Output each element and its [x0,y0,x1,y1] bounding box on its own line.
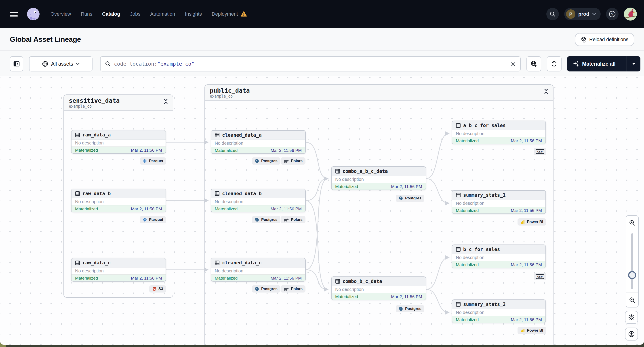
page-header: Global Asset Lineage Reload definitions [0,28,644,51]
status-badge: Materialized [456,262,479,267]
asset-node-raw-data-c[interactable]: raw_data_c No description MaterializedMa… [71,258,166,282]
caret-down-icon [632,63,636,65]
nav-item-jobs[interactable]: Jobs [130,11,140,17]
status-badge: Materialized [456,208,479,213]
close-icon [510,62,516,67]
asset-scope-dropdown[interactable]: All assets [29,56,92,71]
asset-description: No description [72,139,166,146]
table-icon [335,169,340,174]
group-title: sensitive_data [69,97,120,104]
kind-badge-polars: Polars [281,216,306,223]
materialization-timestamp[interactable]: Mar 2, 11:56 PM [131,148,162,153]
materialization-timestamp[interactable]: Mar 2, 11:56 PM [511,138,542,143]
table-icon [456,193,461,198]
materialization-timestamp[interactable]: Mar 2, 11:56 PM [511,208,542,213]
help-icon: ? [608,10,616,18]
chevron-down-icon [76,63,80,65]
materialization-timestamp[interactable]: Mar 2, 11:56 PM [511,317,542,322]
materialization-timestamp[interactable]: Mar 2, 11:56 PM [391,294,422,299]
materialization-timestamp[interactable]: Mar 2, 11:56 PM [511,262,542,267]
dagster-logo-icon[interactable] [26,7,40,21]
nav-menu: Overview Runs Catalog Jobs Automation In… [50,11,247,17]
materialization-timestamp[interactable]: Mar 2, 11:56 PM [270,276,302,281]
refresh-button[interactable] [547,56,562,71]
page-title: Global Asset Lineage [10,35,81,43]
kind-badge-s3: S3 [149,285,166,293]
asset-search-input[interactable]: code_location:"example_co" [100,56,521,71]
download-image-button[interactable] [625,328,638,341]
materialization-timestamp[interactable]: Mar 2, 11:56 PM [391,184,422,189]
kind-badge-powerbi: Power BI [518,327,546,334]
sparkles-icon [572,60,579,67]
status-badge: Materialized [456,317,479,322]
asset-node-summary-stats-2[interactable]: summary_stats_2 No description Materiali… [452,300,546,323]
asset-node-cleaned-data-c[interactable]: cleaned_data_c No description Materializ… [211,258,306,282]
nav-item-deployment[interactable]: Deployment [212,11,247,17]
materialization-timestamp[interactable]: Mar 2, 11:56 PM [270,207,302,211]
asset-description: No description [452,254,546,261]
kind-badge-csv: csv [534,273,546,280]
asset-node-raw-data-a[interactable]: raw_data_a No description MaterializedMa… [71,130,166,154]
postgres-icon [255,159,259,163]
asset-node-a-b-c-for-sales[interactable]: a_b_c_for_sales No description Materiali… [452,121,546,144]
status-badge: Materialized [456,138,479,143]
reload-definitions-button[interactable]: Reload definitions [575,33,634,46]
nav-item-runs[interactable]: Runs [81,11,92,17]
nav-item-catalog[interactable]: Catalog [102,11,120,17]
search-button[interactable] [546,8,559,20]
new-asset-selection-button[interactable] [526,56,541,71]
group-code-location: example_co [210,94,250,98]
search-icon [550,11,556,17]
menu-icon[interactable] [10,9,20,19]
collapse-group-icon[interactable] [163,98,168,104]
zoom-out-button[interactable] [626,293,638,307]
help-button[interactable]: ? [606,8,618,20]
asset-node-cleaned-data-a[interactable]: cleaned_data_a No description Materializ… [211,130,306,154]
materialization-timestamp[interactable]: Mar 2, 11:56 PM [131,276,162,281]
panel-toggle-icon [14,61,20,67]
status-badge: Materialized [215,148,238,153]
kind-badge-postgres: Postgres [252,157,280,165]
materialize-all-button[interactable]: Materialize all [567,56,640,71]
materialization-timestamp[interactable]: Mar 2, 11:56 PM [131,207,162,211]
nav-right-cluster: P prod ? [546,7,637,20]
powerbi-icon [520,220,525,224]
asset-node-b-c-for-sales[interactable]: b_c_for_sales No description Materialize… [452,245,546,268]
asset-node-combo-a-b-c-data[interactable]: combo_a_b_c_data No description Material… [331,166,426,190]
materialize-all-main[interactable]: Materialize all [567,56,626,71]
nav-item-automation[interactable]: Automation [150,11,175,17]
asset-description: No description [211,267,305,275]
asset-description: No description [211,198,305,205]
kind-badge-postgres: Postgres [252,216,280,223]
zoom-slider-track[interactable] [631,233,633,289]
nav-item-insights[interactable]: Insights [185,11,202,17]
deployment-switcher[interactable]: P prod [564,8,601,20]
svg-text:?: ? [611,12,614,16]
lineage-canvas[interactable]: sensitive_data example_co public_data ex… [0,76,644,345]
group-header[interactable]: sensitive_data example_co [64,95,173,111]
nav-item-overview[interactable]: Overview [50,11,71,17]
zoom-slider[interactable] [626,230,638,293]
asset-node-raw-data-b[interactable]: raw_data_b No description MaterializedMa… [71,189,166,212]
zoom-in-button[interactable] [626,216,638,230]
polars-icon [284,218,289,222]
asset-node-summary-stats-1[interactable]: summary_stats_1 No description Materiali… [452,190,546,214]
group-header[interactable]: public_data example_co [205,85,553,101]
polars-icon [284,287,289,291]
open-panel-button[interactable] [10,56,23,71]
graph-settings-button[interactable] [625,311,638,324]
asset-node-combo-b-c-data[interactable]: combo_b_c_data No description Materializ… [331,277,426,300]
postgres-icon [255,218,259,222]
table-icon [215,260,220,265]
zoom-slider-handle[interactable] [628,271,636,279]
collapse-group-icon[interactable] [544,88,548,94]
clear-search-button[interactable] [509,60,517,68]
kind-badge-csv: csv [534,148,546,155]
materialize-options-caret[interactable] [626,56,640,71]
materialization-timestamp[interactable]: Mar 2, 11:56 PM [270,148,302,153]
deployment-initial-badge: P [566,9,576,19]
asset-node-cleaned-data-b[interactable]: cleaned_data_b No description Materializ… [211,189,306,212]
deployment-name: prod [578,11,589,17]
asset-description: No description [72,198,166,205]
user-avatar[interactable] [624,7,637,20]
